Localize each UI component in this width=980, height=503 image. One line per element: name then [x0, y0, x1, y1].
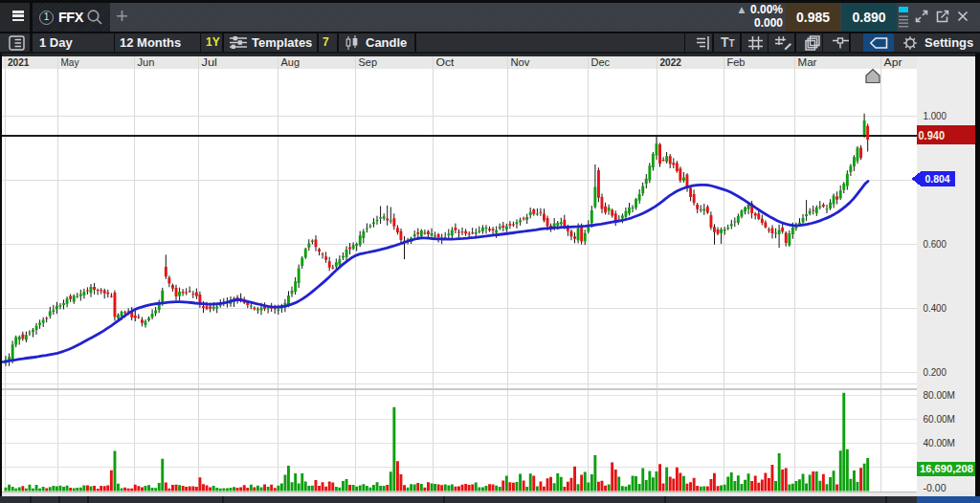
- svg-text:0.400: 0.400: [924, 302, 947, 314]
- svg-text:0.600: 0.600: [924, 238, 947, 250]
- svg-text:May: May: [61, 56, 80, 68]
- svg-text:2021: 2021: [8, 56, 30, 68]
- svg-text:Aug: Aug: [281, 56, 301, 68]
- svg-text:0.200: 0.200: [924, 366, 947, 378]
- svg-text:80.00M: 80.00M: [924, 389, 956, 401]
- svg-text:60.00M: 60.00M: [924, 413, 956, 425]
- svg-text:Jun: Jun: [138, 56, 155, 68]
- svg-text:-0.00: -0.00: [924, 482, 947, 493]
- svg-text:2022: 2022: [660, 56, 682, 68]
- svg-text:0.804: 0.804: [925, 173, 951, 185]
- svg-text:0.940: 0.940: [919, 128, 946, 142]
- svg-text:Oct: Oct: [436, 56, 455, 68]
- svg-text:1.000: 1.000: [924, 110, 947, 121]
- svg-text:40.00M: 40.00M: [924, 437, 956, 448]
- svg-text:Sep: Sep: [359, 56, 378, 68]
- svg-text:Dec: Dec: [591, 56, 611, 68]
- svg-text:Mar: Mar: [798, 56, 817, 68]
- svg-text:Jul: Jul: [202, 56, 218, 68]
- svg-text:16,690,208: 16,690,208: [920, 463, 973, 474]
- svg-text:Apr: Apr: [884, 56, 902, 68]
- svg-text:Feb: Feb: [727, 56, 746, 68]
- svg-text:Nov: Nov: [511, 56, 531, 68]
